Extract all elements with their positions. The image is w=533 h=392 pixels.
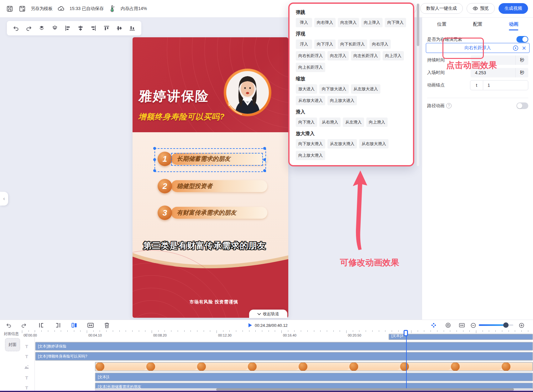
trim-left-icon[interactable] (38, 321, 45, 329)
animation-chip[interactable]: 从左放大滑入 (327, 139, 357, 149)
selection-handle-tr[interactable] (263, 147, 266, 150)
send-backward-icon[interactable] (51, 24, 59, 32)
timeline-undo-icon[interactable] (5, 321, 13, 329)
cover-button[interactable]: 封面 (5, 338, 20, 351)
timeline-redo-icon[interactable] (20, 321, 28, 329)
animation-chip[interactable]: 向左弹入 (338, 18, 359, 27)
subtitle-caption[interactable]: 第三类是有财富传承需求的朋友 (143, 240, 266, 251)
save-icon[interactable] (6, 5, 14, 13)
delete-clip-icon[interactable] (103, 321, 111, 329)
animation-chip[interactable]: 向上滑入 (366, 118, 388, 127)
keyframe-icon[interactable] (444, 321, 452, 329)
animation-chip[interactable]: 向下长距浮入 (338, 39, 367, 49)
animation-chip[interactable]: 从左滑入 (343, 118, 364, 127)
fill-element-toggle[interactable] (516, 36, 528, 43)
animation-chip[interactable]: 向右弹入 (314, 18, 336, 27)
animation-chip[interactable]: 向右浮入 (369, 39, 391, 49)
digital-human-generate-button[interactable]: 数智人一键生成 (420, 3, 463, 14)
animation-chip[interactable]: 从右滑入 (319, 118, 341, 127)
selection-handle-ml[interactable] (153, 158, 156, 161)
selection-handle-tl[interactable] (153, 147, 156, 150)
popup-scrollbar-thumb[interactable] (417, 4, 419, 46)
align-left-icon[interactable] (64, 24, 71, 32)
align-center-vertical-icon[interactable] (116, 24, 123, 32)
animation-chip[interactable]: 向上弹入 (361, 18, 383, 27)
animation-chip[interactable]: 向下放大进入 (319, 84, 349, 94)
animation-chip[interactable]: 从左放大进入 (351, 84, 380, 94)
anchor-prefix: t (470, 81, 483, 90)
animation-chip[interactable]: 弹入 (296, 18, 312, 27)
trim-right-icon[interactable] (54, 321, 62, 329)
generate-video-button[interactable]: 生成视频 (499, 3, 528, 14)
redo-icon[interactable] (25, 24, 33, 32)
collapse-sidebar-button[interactable]: ‹ (0, 192, 8, 206)
animation-chip[interactable]: 放大进入 (296, 84, 317, 94)
presenter-avatar[interactable] (223, 68, 272, 117)
snap-icon[interactable] (430, 321, 437, 329)
poster-subtitle[interactable]: 增额终身寿险可以买吗? (138, 112, 225, 122)
animation-chip[interactable]: 向上浮入 (383, 51, 404, 60)
animation-chip[interactable]: 浮入 (296, 39, 312, 49)
ruler-tick (41, 330, 42, 332)
animation-chip[interactable]: 向下弹入 (385, 18, 406, 27)
remove-animation-icon[interactable] (522, 46, 526, 50)
bring-forward-icon[interactable] (38, 24, 45, 32)
split-clip-icon[interactable] (71, 321, 78, 329)
align-bottom-icon[interactable] (128, 24, 136, 32)
poster-title[interactable]: 雅婷讲保险 (138, 87, 210, 105)
clip-text-title[interactable]: [文本]雅婷讲保险 (35, 342, 533, 351)
selection-text-box[interactable] (171, 153, 263, 166)
animation-chip[interactable]: 向上放大滑入 (296, 151, 325, 160)
entrance-time-value[interactable]: 4.253 (471, 68, 516, 77)
tab-config[interactable]: 配置 (473, 18, 483, 31)
selection-handle-mr[interactable] (263, 158, 266, 161)
help-icon[interactable]: ? (446, 103, 452, 108)
animation-chip[interactable]: 向左浮入 (327, 51, 349, 60)
entrance-time-input[interactable]: 4.253 秒 (471, 68, 528, 77)
animation-chip[interactable]: 从右放大滑入 (359, 139, 389, 149)
clip-image-track[interactable] (95, 362, 533, 371)
tab-position[interactable]: 位置 (436, 18, 447, 31)
undo-icon[interactable] (12, 24, 20, 32)
timeline-hscroll-thumb[interactable] (216, 388, 514, 391)
play-animation-icon[interactable] (513, 45, 518, 51)
save-as-template-label[interactable]: 另存为模板 (31, 6, 53, 12)
anchor-value[interactable]: 1 (483, 81, 528, 90)
zoom-in-icon[interactable] (518, 321, 525, 329)
playhead-handle[interactable] (404, 330, 408, 336)
fit-timeline-icon[interactable] (458, 321, 466, 329)
animation-chip[interactable]: 从右放大进入 (296, 96, 325, 105)
animation-chip[interactable]: 向下浮入 (314, 39, 336, 49)
path-animation-toggle[interactable] (516, 102, 528, 109)
animation-chip[interactable]: 向左长距浮入 (351, 51, 380, 60)
selection-handle-bl[interactable] (153, 169, 156, 172)
clip-text-partial[interactable]: [文本]3 (389, 334, 533, 340)
zoom-out-icon[interactable] (469, 321, 477, 329)
duration-value[interactable] (471, 55, 516, 65)
list-item-3[interactable]: 有财富传承需求的朋友 3 (133, 206, 288, 221)
preview-button[interactable]: 预览 (467, 3, 495, 14)
align-center-horizontal-icon[interactable] (77, 24, 84, 32)
video-canvas[interactable]: 雅婷讲保险 增额终身寿险可以买吗? 长期储蓄需求的朋友 1 稳健型投资者 2 有… (133, 37, 288, 318)
animation-chip[interactable]: 向上长距浮入 (296, 63, 325, 72)
list-item-2[interactable]: 稳健型投资者 2 (133, 180, 288, 194)
fit-span-icon[interactable] (87, 321, 94, 329)
anchor-input[interactable]: t 1 (470, 80, 528, 90)
zoom-slider-knob[interactable] (503, 322, 509, 328)
collapse-tracks-button[interactable]: 收起轨道 (249, 310, 287, 318)
clip-text-subtitle[interactable]: [文本]增额终身寿险可以买吗? (35, 352, 533, 361)
selection-handle-br[interactable] (263, 169, 266, 172)
timeline-zoom-slider[interactable] (479, 324, 513, 326)
selected-animation-bar[interactable]: 向右长距浮入 (426, 43, 530, 53)
animation-chip[interactable]: 向右长距浮入 (296, 51, 325, 60)
animation-chip[interactable]: 向下放大滑入 (296, 139, 325, 149)
tab-animation[interactable]: 动画 (508, 18, 519, 31)
animation-chip[interactable]: 向上放大进入 (327, 96, 357, 105)
duration-input[interactable]: 秒 (471, 55, 528, 65)
save-as-template-icon[interactable] (18, 5, 26, 13)
play-icon[interactable] (246, 321, 254, 329)
clip-text-1[interactable]: [文本]1 (95, 373, 533, 381)
align-top-icon[interactable] (103, 24, 110, 32)
align-right-icon[interactable] (90, 24, 97, 32)
animation-chip[interactable]: 向下滑入 (296, 118, 317, 127)
